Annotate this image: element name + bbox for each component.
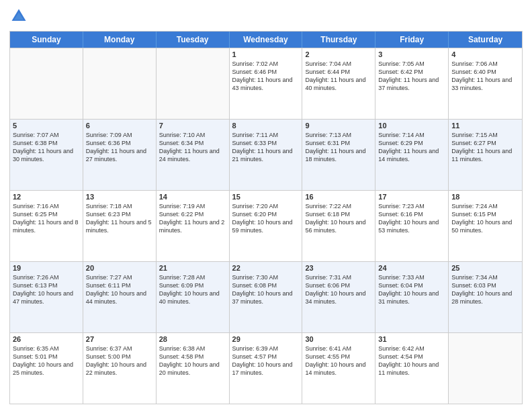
cell-day-number: 7 — [159, 122, 226, 130]
cell-day-number: 9 — [305, 122, 372, 130]
weeks: 1Sunrise: 7:02 AM Sunset: 6:46 PM Daylig… — [10, 48, 522, 404]
cell-day-number: 14 — [159, 193, 226, 201]
cell-info: Sunrise: 7:30 AM Sunset: 6:08 PM Dayligh… — [232, 273, 300, 306]
cell-info: Sunrise: 7:33 AM Sunset: 6:04 PM Dayligh… — [378, 273, 445, 306]
cell-info: Sunrise: 7:04 AM Sunset: 6:44 PM Dayligh… — [305, 60, 372, 93]
calendar-cell: 10Sunrise: 7:14 AM Sunset: 6:29 PM Dayli… — [375, 120, 449, 190]
cell-day-number: 31 — [378, 335, 445, 343]
cell-info: Sunrise: 7:22 AM Sunset: 6:18 PM Dayligh… — [305, 202, 372, 235]
day-header-wednesday: Wednesday — [230, 32, 303, 48]
cell-day-number: 3 — [378, 50, 445, 58]
day-header-friday: Friday — [375, 32, 449, 48]
cell-info: Sunrise: 7:14 AM Sunset: 6:29 PM Dayligh… — [378, 131, 445, 164]
calendar-cell: 8Sunrise: 7:11 AM Sunset: 6:33 PM Daylig… — [230, 120, 303, 190]
calendar-cell: 7Sunrise: 7:10 AM Sunset: 6:34 PM Daylig… — [157, 120, 230, 190]
cell-info: Sunrise: 7:23 AM Sunset: 6:16 PM Dayligh… — [378, 202, 445, 235]
cell-info: Sunrise: 7:06 AM Sunset: 6:40 PM Dayligh… — [451, 60, 519, 93]
calendar: SundayMondayTuesdayWednesdayThursdayFrid… — [9, 31, 523, 404]
calendar-cell: 16Sunrise: 7:22 AM Sunset: 6:18 PM Dayli… — [302, 191, 375, 261]
calendar-cell: 4Sunrise: 7:06 AM Sunset: 6:40 PM Daylig… — [449, 48, 522, 119]
cell-info: Sunrise: 6:39 AM Sunset: 4:57 PM Dayligh… — [232, 345, 300, 377]
calendar-cell: 27Sunrise: 6:37 AM Sunset: 5:00 PM Dayli… — [83, 333, 157, 404]
cell-day-number: 19 — [13, 264, 80, 272]
cell-day-number: 12 — [13, 193, 80, 201]
cell-day-number: 11 — [451, 122, 519, 130]
calendar-cell: 31Sunrise: 6:42 AM Sunset: 4:54 PM Dayli… — [375, 333, 449, 404]
calendar-cell: 11Sunrise: 7:15 AM Sunset: 6:27 PM Dayli… — [449, 120, 522, 190]
calendar-cell: 19Sunrise: 7:26 AM Sunset: 6:13 PM Dayli… — [10, 262, 83, 332]
calendar-cell — [157, 48, 230, 119]
cell-info: Sunrise: 7:19 AM Sunset: 6:22 PM Dayligh… — [159, 202, 226, 235]
cell-day-number: 4 — [451, 50, 519, 58]
day-headers: SundayMondayTuesdayWednesdayThursdayFrid… — [10, 32, 522, 48]
calendar-cell: 15Sunrise: 7:20 AM Sunset: 6:20 PM Dayli… — [230, 191, 303, 261]
cell-info: Sunrise: 7:05 AM Sunset: 6:42 PM Dayligh… — [378, 60, 445, 93]
cell-day-number: 24 — [378, 264, 445, 272]
calendar-cell: 22Sunrise: 7:30 AM Sunset: 6:08 PM Dayli… — [230, 262, 303, 332]
cell-day-number: 17 — [378, 193, 445, 201]
cell-info: Sunrise: 6:42 AM Sunset: 4:54 PM Dayligh… — [378, 345, 445, 377]
calendar-cell: 30Sunrise: 6:41 AM Sunset: 4:55 PM Dayli… — [302, 333, 375, 404]
cell-info: Sunrise: 7:09 AM Sunset: 6:36 PM Dayligh… — [86, 131, 153, 164]
cell-info: Sunrise: 6:37 AM Sunset: 5:00 PM Dayligh… — [86, 345, 153, 377]
cell-day-number: 28 — [159, 335, 226, 343]
week-row-1: 5Sunrise: 7:07 AM Sunset: 6:38 PM Daylig… — [10, 119, 522, 190]
cell-day-number: 29 — [232, 335, 300, 343]
page-container: SundayMondayTuesdayWednesdayThursdayFrid… — [0, 0, 532, 411]
calendar-cell: 28Sunrise: 6:38 AM Sunset: 4:58 PM Dayli… — [157, 333, 230, 404]
cell-info: Sunrise: 7:15 AM Sunset: 6:27 PM Dayligh… — [451, 131, 519, 164]
header — [9, 7, 523, 26]
calendar-cell: 14Sunrise: 7:19 AM Sunset: 6:22 PM Dayli… — [157, 191, 230, 261]
calendar-cell — [449, 333, 522, 404]
day-header-tuesday: Tuesday — [157, 32, 230, 48]
day-header-sunday: Sunday — [10, 32, 83, 48]
cell-day-number: 2 — [305, 50, 372, 58]
cell-day-number: 16 — [305, 193, 372, 201]
week-row-0: 1Sunrise: 7:02 AM Sunset: 6:46 PM Daylig… — [10, 48, 522, 119]
cell-day-number: 13 — [86, 193, 153, 201]
calendar-cell — [10, 48, 83, 119]
calendar-cell: 13Sunrise: 7:18 AM Sunset: 6:23 PM Dayli… — [83, 191, 157, 261]
cell-info: Sunrise: 7:34 AM Sunset: 6:03 PM Dayligh… — [451, 273, 519, 306]
day-header-thursday: Thursday — [302, 32, 375, 48]
cell-info: Sunrise: 6:38 AM Sunset: 4:58 PM Dayligh… — [159, 345, 226, 377]
week-row-4: 26Sunrise: 6:35 AM Sunset: 5:01 PM Dayli… — [10, 332, 522, 404]
cell-day-number: 6 — [86, 122, 153, 130]
calendar-cell: 29Sunrise: 6:39 AM Sunset: 4:57 PM Dayli… — [230, 333, 303, 404]
calendar-cell: 20Sunrise: 7:27 AM Sunset: 6:11 PM Dayli… — [83, 262, 157, 332]
calendar-cell — [83, 48, 157, 119]
calendar-cell: 12Sunrise: 7:16 AM Sunset: 6:25 PM Dayli… — [10, 191, 83, 261]
cell-day-number: 21 — [159, 264, 226, 272]
calendar-cell: 3Sunrise: 7:05 AM Sunset: 6:42 PM Daylig… — [375, 48, 449, 119]
cell-day-number: 27 — [86, 335, 153, 343]
logo-icon — [9, 7, 28, 26]
cell-info: Sunrise: 7:07 AM Sunset: 6:38 PM Dayligh… — [13, 131, 80, 164]
cell-info: Sunrise: 6:41 AM Sunset: 4:55 PM Dayligh… — [305, 345, 372, 377]
week-row-2: 12Sunrise: 7:16 AM Sunset: 6:25 PM Dayli… — [10, 190, 522, 261]
cell-day-number: 1 — [232, 50, 300, 58]
week-row-3: 19Sunrise: 7:26 AM Sunset: 6:13 PM Dayli… — [10, 261, 522, 332]
cell-info: Sunrise: 7:28 AM Sunset: 6:09 PM Dayligh… — [159, 273, 226, 306]
cell-info: Sunrise: 7:16 AM Sunset: 6:25 PM Dayligh… — [13, 202, 80, 235]
cell-info: Sunrise: 7:26 AM Sunset: 6:13 PM Dayligh… — [13, 273, 80, 306]
cell-day-number: 23 — [305, 264, 372, 272]
cell-day-number: 30 — [305, 335, 372, 343]
cell-info: Sunrise: 7:11 AM Sunset: 6:33 PM Dayligh… — [232, 131, 300, 164]
cell-info: Sunrise: 7:18 AM Sunset: 6:23 PM Dayligh… — [86, 202, 153, 235]
day-header-saturday: Saturday — [449, 32, 522, 48]
cell-info: Sunrise: 7:20 AM Sunset: 6:20 PM Dayligh… — [232, 202, 300, 235]
calendar-cell: 25Sunrise: 7:34 AM Sunset: 6:03 PM Dayli… — [449, 262, 522, 332]
calendar-cell: 6Sunrise: 7:09 AM Sunset: 6:36 PM Daylig… — [83, 120, 157, 190]
cell-day-number: 20 — [86, 264, 153, 272]
day-header-monday: Monday — [83, 32, 157, 48]
calendar-cell: 17Sunrise: 7:23 AM Sunset: 6:16 PM Dayli… — [375, 191, 449, 261]
calendar-cell: 26Sunrise: 6:35 AM Sunset: 5:01 PM Dayli… — [10, 333, 83, 404]
cell-info: Sunrise: 7:27 AM Sunset: 6:11 PM Dayligh… — [86, 273, 153, 306]
calendar-cell: 18Sunrise: 7:24 AM Sunset: 6:15 PM Dayli… — [449, 191, 522, 261]
cell-info: Sunrise: 7:24 AM Sunset: 6:15 PM Dayligh… — [451, 202, 519, 235]
calendar-cell: 23Sunrise: 7:31 AM Sunset: 6:06 PM Dayli… — [302, 262, 375, 332]
cell-day-number: 5 — [13, 122, 80, 130]
cell-day-number: 8 — [232, 122, 300, 130]
cell-info: Sunrise: 7:13 AM Sunset: 6:31 PM Dayligh… — [305, 131, 372, 164]
cell-day-number: 26 — [13, 335, 80, 343]
